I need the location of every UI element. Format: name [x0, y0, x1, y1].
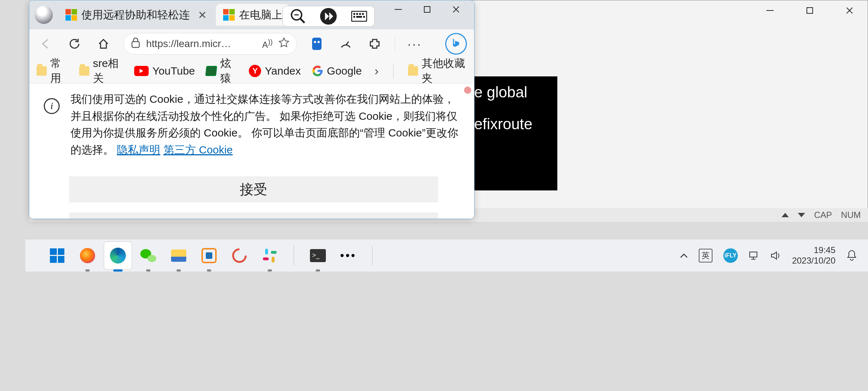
favorite-star-icon[interactable]	[278, 37, 289, 51]
tab-inactive[interactable]: 使用远程协助和轻松连 ✕	[58, 4, 214, 26]
windows-logo-icon	[50, 248, 64, 263]
wechat-icon	[140, 248, 156, 264]
svg-rect-0	[766, 10, 774, 11]
close-button[interactable]	[442, 0, 471, 18]
scroll-indicator[interactable]	[464, 87, 471, 94]
taskbar-overflow[interactable]: •••	[335, 242, 362, 269]
bookmark-other-folder[interactable]: 其他收藏夹	[408, 56, 467, 86]
back-button[interactable]	[37, 35, 55, 53]
taskbar-apps: >_ •••	[43, 242, 380, 269]
taskbar-file-explorer[interactable]	[165, 242, 192, 269]
dots-icon: •••	[340, 249, 357, 262]
extensions-icon[interactable]	[366, 35, 384, 53]
read-aloud-icon[interactable]: A))	[262, 38, 273, 50]
svg-rect-13	[356, 13, 358, 15]
window-controls	[384, 0, 471, 18]
taskbar-separator	[294, 246, 294, 265]
thirdparty-cookie-link[interactable]: 第三方 Cookie	[163, 144, 233, 156]
svg-rect-17	[356, 16, 362, 18]
svg-point-22	[318, 41, 320, 43]
taskbar-wechat[interactable]	[135, 242, 162, 269]
taskbar-edge[interactable]	[104, 242, 132, 269]
taskbar-slack[interactable]	[256, 242, 284, 269]
windows-taskbar: >_ ••• 英 iFLY 19:45 2023/10/20	[25, 239, 868, 272]
network-icon[interactable]	[749, 251, 760, 260]
taskbar-terminal[interactable]: >_	[304, 242, 332, 269]
bookmark-xuanyuan[interactable]: 炫猿	[206, 56, 238, 86]
date-text: 2023/10/20	[792, 256, 835, 266]
bookmark-folder-sre[interactable]: sre相关	[79, 56, 124, 86]
bookmark-label: 常用	[50, 56, 68, 86]
ifly-icon[interactable]: iFLY	[723, 248, 738, 263]
more-menu-icon[interactable]: ···	[406, 35, 424, 53]
microsoft-favicon	[223, 9, 235, 21]
arrow-down-icon[interactable]	[798, 213, 805, 217]
privacy-link[interactable]: 隐私声明	[117, 144, 160, 156]
youtube-icon	[134, 66, 149, 76]
bookmark-label: 其他收藏夹	[422, 56, 467, 86]
bookmark-yandex[interactable]: YYandex	[249, 65, 301, 77]
performance-icon[interactable]	[337, 35, 355, 53]
remote-session-icon[interactable]	[320, 8, 337, 25]
ime-indicator[interactable]: 英	[699, 249, 712, 262]
profile-avatar[interactable]	[35, 6, 53, 24]
bookmark-label: Yandex	[265, 65, 301, 77]
address-bar[interactable]: https://learn.micr… A))	[123, 33, 297, 55]
magnifier-icon[interactable]	[290, 8, 306, 25]
arrow-up-icon[interactable]	[782, 213, 789, 217]
chevron-right-icon[interactable]: ›	[375, 64, 379, 78]
divider	[393, 63, 393, 79]
clock[interactable]: 19:45 2023/10/20	[792, 245, 835, 266]
status-num: NUM	[841, 210, 861, 220]
accept-button[interactable]: 接受	[69, 176, 438, 202]
microsoft-favicon	[65, 9, 77, 21]
close-tab-icon[interactable]: ✕	[198, 9, 207, 21]
svg-point-21	[314, 41, 316, 43]
yandex-icon: Y	[249, 65, 261, 77]
vmware-icon	[201, 248, 217, 263]
onscreen-keyboard-icon[interactable]	[351, 8, 367, 25]
bg-minimize-button[interactable]	[763, 3, 777, 18]
svg-rect-1	[807, 8, 813, 13]
edge-browser-window: 使用远程协助和轻松连 ✕ 在电脑上	[29, 0, 475, 219]
tab-active[interactable]: 在电脑上	[216, 4, 290, 26]
tray-chevron-up-icon[interactable]	[680, 253, 688, 258]
svg-rect-14	[359, 13, 361, 15]
refresh-button[interactable]	[65, 35, 84, 53]
bg-maximize-button[interactable]	[803, 3, 817, 18]
reject-button[interactable]: 拒绝	[69, 213, 438, 219]
taskbar-vmware[interactable]	[195, 242, 223, 269]
firefox-icon	[80, 248, 95, 263]
browser-toolbar: https://learn.micr… A)) ···	[29, 29, 474, 58]
bookmark-label: Google	[327, 65, 362, 77]
taskbar-spiral-app[interactable]	[226, 242, 253, 269]
background-window: e global efixroute	[470, 0, 868, 221]
maximize-button[interactable]	[413, 0, 442, 18]
bg-close-button[interactable]	[842, 3, 857, 18]
svg-line-9	[300, 18, 305, 23]
bookmark-google[interactable]: Google	[312, 65, 362, 77]
terminal-area: e global efixroute	[471, 76, 557, 190]
start-button[interactable]	[43, 242, 71, 269]
svg-rect-4	[395, 9, 402, 10]
url-text: https://learn.micr…	[146, 38, 256, 50]
bookmark-folder-common[interactable]: 常用	[37, 56, 68, 86]
volume-icon[interactable]	[770, 251, 781, 260]
terminal-line: efixroute	[474, 115, 557, 133]
notifications-icon[interactable]	[846, 249, 857, 262]
extension-penguin-icon[interactable]	[308, 35, 326, 53]
svg-rect-19	[132, 42, 139, 47]
lock-icon	[131, 37, 140, 51]
spiral-icon	[229, 245, 250, 266]
folder-icon	[79, 66, 89, 76]
bookmark-youtube[interactable]: YouTube	[134, 65, 195, 77]
bing-chat-button[interactable]	[445, 33, 467, 55]
svg-rect-12	[353, 13, 355, 15]
tab-title: 使用远程协助和轻松连	[81, 8, 190, 22]
status-cap: CAP	[814, 210, 832, 220]
svg-rect-5	[424, 7, 430, 12]
taskbar-firefox[interactable]	[74, 242, 101, 269]
floating-toolbar[interactable]	[282, 6, 375, 27]
minimize-button[interactable]	[384, 0, 413, 18]
home-button[interactable]	[94, 35, 112, 53]
